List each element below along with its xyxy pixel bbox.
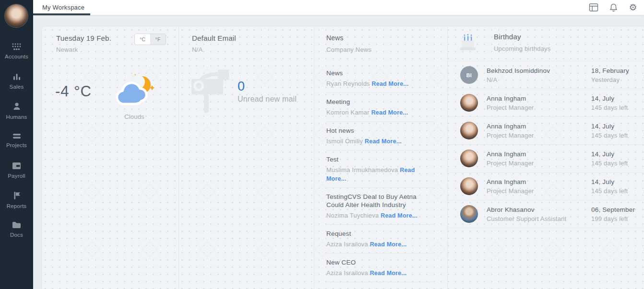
person-role: Project Manager (487, 104, 534, 111)
news-item-title: Meeting (326, 98, 435, 106)
sidebar-item-label: Reports (7, 203, 27, 209)
news-item: Request Aziza Israilova Read More... (326, 225, 435, 254)
news-header: News Company News (314, 26, 447, 53)
news-item: Hot news Ismoil Omiliy Read More... (326, 122, 435, 150)
news-item-title: New CEO (326, 258, 435, 266)
birthday-row: Anna Ingham Project Manager 14, July 145… (448, 173, 644, 200)
birthday-remaining: Yesterday (591, 76, 629, 83)
sidebar-item-docs[interactable]: Docs (0, 215, 33, 244)
person-role: Project Manager (487, 187, 534, 195)
topbar-actions: ⚙ (589, 0, 638, 15)
person-name: Anna Ingham (487, 123, 534, 130)
birthday-widget: Birthday Upcoming birthdays BI Bekhzod I… (448, 26, 644, 289)
person-role: Project Manager (487, 132, 534, 139)
read-more-link[interactable]: Read More... (381, 212, 417, 219)
news-item-title: Hot news (326, 127, 435, 135)
news-item-author: Nozima Tuychieva (326, 212, 379, 219)
tab-label: My Workspace (42, 4, 84, 11)
read-more-link[interactable]: Read More... (370, 241, 407, 248)
folder-icon (12, 221, 21, 229)
tab-my-workspace[interactable]: My Workspace (33, 0, 94, 15)
temperature-unit-toggle: °C °F (134, 34, 166, 45)
sidebar-item-label: Docs (10, 232, 23, 238)
celsius-button[interactable]: °C (135, 34, 150, 45)
read-more-link[interactable]: Read More... (371, 109, 408, 116)
user-avatar[interactable] (5, 4, 28, 27)
avatar-initials: BI (460, 66, 478, 84)
person-role: N/A (487, 76, 550, 83)
read-more-link[interactable]: Read More... (365, 138, 402, 145)
flag-icon (13, 191, 21, 200)
wallet-icon (12, 162, 21, 170)
weather-date: Tuesday 19 Feb. (56, 34, 111, 42)
person-name: Abror Khasanov (487, 206, 566, 213)
sidebar-item-humans[interactable]: Humans (0, 96, 33, 126)
sidebar-item-sales[interactable]: Sales (0, 66, 33, 96)
news-item-author: Komron Kamar (326, 109, 370, 116)
news-item-author: Ismoil Omiliy (326, 138, 363, 145)
list-bars-icon (12, 133, 21, 139)
birthday-row: BI Bekhzod Isomiddinov N/A 18, February … (448, 61, 644, 89)
layout-icon[interactable] (589, 3, 598, 12)
news-subtitle: Company News (326, 46, 435, 53)
birthday-cake-icon (460, 34, 476, 55)
mailbox-icon (191, 69, 232, 116)
news-item-author: Muslima Irmukhamedova (326, 166, 398, 173)
sidebar-item-label: Projects (6, 142, 27, 148)
weather-condition: Clouds (113, 113, 156, 120)
sidebar-item-label: Humans (6, 114, 27, 120)
birthday-header-text: Birthday Upcoming birthdays (494, 33, 551, 52)
unread-count: 0 (238, 79, 245, 94)
unread-label: Unread new mail (238, 95, 297, 104)
news-item: Meeting Komron Kamar Read More... (326, 93, 435, 122)
accounts-icon (12, 43, 21, 50)
news-item-title: News (326, 69, 435, 77)
clouds-moon-icon (113, 69, 156, 114)
workspace-panel: Tuesday 19 Feb. Newark °C °F -4 °C Cloud… (42, 26, 644, 289)
birthday-date: 14, July (591, 95, 628, 102)
birthday-date: 18, February (591, 67, 629, 74)
active-tab-indicator (33, 13, 90, 15)
sidebar-item-payroll[interactable]: Payroll (0, 155, 33, 185)
person-icon (12, 102, 21, 111)
birthday-date: 14, July (591, 178, 628, 185)
read-more-link[interactable]: Read More... (370, 270, 407, 277)
sidebar-item-reports[interactable]: Reports (0, 185, 33, 215)
birthday-remaining: 145 days left (591, 160, 628, 167)
fahrenheit-button[interactable]: °F (150, 34, 166, 45)
sidebar-item-projects[interactable]: Projects (0, 126, 33, 155)
person-name: Anna Ingham (487, 95, 534, 102)
birthday-subtitle: Upcoming birthdays (494, 45, 551, 52)
news-item-author: Ryan Reynolds (326, 80, 370, 87)
birthday-date: 14, July (591, 123, 628, 130)
news-item-author: Aziza Israilova (326, 269, 368, 277)
person-name: Anna Ingham (487, 178, 534, 185)
person-name: Bekhzod Isomiddinov (487, 67, 550, 74)
birthday-row: Abror Khasanov Customer Support Assistan… (448, 200, 644, 228)
birthday-date: 06, September (591, 206, 635, 213)
news-item: News Ryan Reynolds Read More... (326, 64, 435, 93)
avatar-photo (460, 205, 478, 223)
birthday-row: Anna Ingham Project Manager 14, July 145… (448, 145, 644, 173)
settings-gear-icon[interactable]: ⚙ (628, 3, 638, 12)
sidebar-item-label: Sales (10, 84, 24, 90)
birthday-remaining: 145 days left (591, 187, 628, 195)
read-more-link[interactable]: Read More... (372, 81, 409, 87)
news-item-author: Aziza Israilova (326, 241, 368, 248)
news-item: New CEO Aziza Israilova Read More... (326, 254, 435, 282)
weather-city: Newark (56, 46, 78, 53)
person-role: Customer Support Assistant (487, 215, 566, 222)
sidebar-item-label: Accounts (5, 54, 28, 59)
news-widget: News Company News News Ryan Reynolds Rea… (314, 26, 448, 289)
birthday-title: Birthday (494, 33, 551, 41)
email-widget: Default Email N/A 0 Unread new mail (179, 26, 314, 289)
weather-widget: Tuesday 19 Feb. Newark °C °F -4 °C Cloud… (42, 26, 179, 289)
sidebar-item-accounts[interactable]: Accounts (0, 36, 33, 66)
sales-icon (12, 72, 21, 81)
news-item-title: Request (326, 230, 435, 238)
avatar-photo (460, 177, 478, 195)
avatar-photo (460, 94, 478, 112)
notifications-icon[interactable] (608, 3, 618, 12)
news-item: TestingCVS Deal to Buy Aetna Could Alter… (326, 188, 435, 225)
avatar-photo (460, 150, 478, 167)
